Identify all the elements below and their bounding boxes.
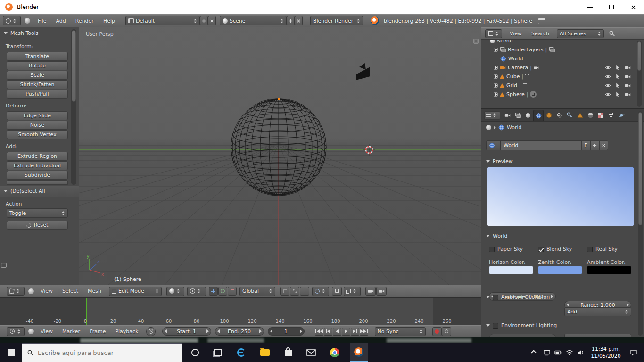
editor-type-selector[interactable] bbox=[484, 111, 500, 120]
selected-vertex[interactable] bbox=[278, 98, 280, 100]
increment-arrow-icon[interactable] bbox=[259, 329, 262, 333]
tab-constraints[interactable] bbox=[554, 110, 564, 121]
expand-icon[interactable] bbox=[494, 66, 498, 70]
tab-scene[interactable] bbox=[523, 110, 533, 121]
outliner-scope-selector[interactable]: All Scenes bbox=[557, 29, 604, 38]
menu-view[interactable]: View bbox=[36, 288, 58, 294]
tool-shelf-scrollbar[interactable] bbox=[71, 29, 76, 185]
taskbar-search-box[interactable] bbox=[22, 343, 182, 362]
keying-set-button[interactable] bbox=[442, 327, 451, 336]
menu-file[interactable]: File bbox=[33, 18, 51, 24]
volume-icon[interactable] bbox=[577, 349, 585, 356]
increment-arrow-icon[interactable] bbox=[551, 295, 553, 298]
action-dropdown[interactable]: Toggle bbox=[7, 208, 68, 218]
pivot-point-selector[interactable] bbox=[187, 287, 206, 296]
screen-layout-selector[interactable]: Default bbox=[125, 16, 200, 25]
scale-button[interactable]: Scale bbox=[7, 71, 68, 80]
opengl-render-anim-button[interactable] bbox=[376, 287, 387, 296]
zenith-color-swatch[interactable] bbox=[538, 266, 582, 274]
chrome-button[interactable] bbox=[329, 347, 340, 358]
layout-delete-button[interactable] bbox=[208, 16, 216, 25]
scene-add-button[interactable] bbox=[287, 16, 295, 25]
tab-world[interactable] bbox=[533, 110, 544, 121]
extrude-individual-button[interactable]: Extrude Individual bbox=[7, 161, 68, 170]
deselect-panel-header[interactable]: (De)select All bbox=[0, 186, 79, 197]
renderable-icon[interactable] bbox=[625, 82, 631, 89]
menu-add[interactable]: Add bbox=[51, 18, 70, 24]
editor-type-selector[interactable] bbox=[7, 327, 25, 336]
header-collapse-icon[interactable] bbox=[28, 329, 34, 334]
jump-to-start-button[interactable] bbox=[315, 328, 323, 336]
ao-checkbox-icon[interactable] bbox=[493, 295, 498, 300]
preview-panel-header[interactable]: Preview bbox=[486, 158, 513, 165]
reset-button[interactable]: Reset bbox=[7, 221, 68, 230]
new-datablock-button[interactable] bbox=[590, 140, 599, 150]
current-frame-field[interactable]: 1 bbox=[268, 327, 305, 336]
blend-sky-checkbox[interactable]: Blend Sky bbox=[538, 246, 572, 252]
window-duplicate-icon[interactable] bbox=[538, 18, 545, 24]
proportional-edit-selector[interactable] bbox=[312, 287, 329, 296]
sync-mode-selector[interactable]: No Sync bbox=[375, 327, 426, 336]
unlink-datablock-button[interactable] bbox=[599, 140, 608, 150]
menu-frame[interactable]: Frame bbox=[85, 329, 110, 335]
increment-arrow-icon[interactable] bbox=[300, 329, 302, 333]
increment-arrow-icon[interactable] bbox=[627, 303, 629, 307]
selectable-icon[interactable] bbox=[615, 74, 621, 80]
file-explorer-button[interactable] bbox=[259, 347, 271, 358]
clipped-tool-button[interactable] bbox=[7, 180, 68, 185]
tab-particles[interactable] bbox=[606, 110, 616, 121]
eye-icon[interactable] bbox=[605, 65, 611, 71]
edge-slide-button[interactable]: Edge Slide bbox=[7, 111, 68, 120]
shrink-fatten-button[interactable]: Shrink/Fatten bbox=[7, 80, 68, 89]
world-panel-header[interactable]: World bbox=[486, 233, 508, 239]
battery-icon[interactable] bbox=[554, 349, 562, 356]
ao-blend-mode-dropdown[interactable]: Add bbox=[564, 307, 631, 316]
expand-icon[interactable] bbox=[494, 92, 498, 97]
store-button[interactable] bbox=[283, 347, 294, 358]
menu-mesh[interactable]: Mesh bbox=[83, 288, 106, 294]
scrollbar-thumb[interactable] bbox=[638, 112, 642, 225]
frames-toggle-button[interactable] bbox=[146, 327, 156, 336]
increment-arrow-icon[interactable] bbox=[206, 329, 209, 333]
horizon-color-swatch[interactable] bbox=[489, 266, 533, 274]
outliner-row-cube[interactable]: Cube | bbox=[481, 72, 644, 81]
rotate-button[interactable]: Rotate bbox=[7, 61, 68, 70]
outliner-row-grid[interactable]: Grid | bbox=[481, 81, 644, 90]
layer-widget-button-3[interactable] bbox=[300, 287, 309, 296]
close-button[interactable] bbox=[622, 0, 644, 14]
touch-keyboard-icon[interactable] bbox=[543, 349, 551, 356]
play-reverse-button[interactable] bbox=[333, 328, 341, 336]
decrement-arrow-icon[interactable] bbox=[567, 303, 569, 307]
decrement-arrow-icon[interactable] bbox=[217, 329, 220, 333]
layer-widget-button-1[interactable] bbox=[280, 287, 289, 296]
snap-toggle-button[interactable] bbox=[332, 287, 342, 296]
scene-breadcrumb-icon[interactable] bbox=[486, 125, 491, 130]
menu-playback[interactable]: Playback bbox=[110, 329, 143, 335]
tab-modifiers[interactable] bbox=[564, 110, 575, 121]
scene-selector[interactable]: Scene bbox=[220, 16, 287, 25]
timeline-region[interactable]: -40 -20 0 20 40 60 80 100 120 140 160 18… bbox=[0, 297, 481, 325]
start-button[interactable] bbox=[0, 343, 22, 362]
search-input[interactable] bbox=[38, 349, 170, 356]
editor-type-selector[interactable] bbox=[7, 287, 25, 296]
opengl-render-button[interactable] bbox=[365, 287, 376, 296]
tab-object-data[interactable] bbox=[575, 110, 585, 121]
tab-material[interactable] bbox=[585, 110, 595, 121]
menu-view[interactable]: View bbox=[505, 31, 527, 37]
outliner-row-sphere[interactable]: Sphere | bbox=[481, 90, 644, 99]
outliner-search-field[interactable] bbox=[616, 31, 639, 36]
eye-icon[interactable] bbox=[605, 91, 611, 98]
tab-object[interactable] bbox=[544, 110, 554, 121]
world-name-field[interactable] bbox=[500, 140, 581, 150]
jump-to-end-button[interactable] bbox=[360, 328, 368, 336]
menu-view[interactable]: View bbox=[36, 329, 58, 335]
scrollbar-thumb[interactable] bbox=[72, 30, 76, 102]
menu-help[interactable]: Help bbox=[99, 18, 120, 24]
manipulator-translate-button[interactable] bbox=[209, 287, 218, 296]
renderable-icon[interactable] bbox=[625, 74, 631, 80]
scrollbar-thumb[interactable] bbox=[637, 41, 641, 71]
menu-select[interactable]: Select bbox=[58, 288, 83, 294]
expand-icon[interactable] bbox=[494, 48, 498, 52]
tray-expand-caret-icon[interactable] bbox=[531, 350, 536, 355]
task-view-button[interactable] bbox=[212, 347, 223, 358]
